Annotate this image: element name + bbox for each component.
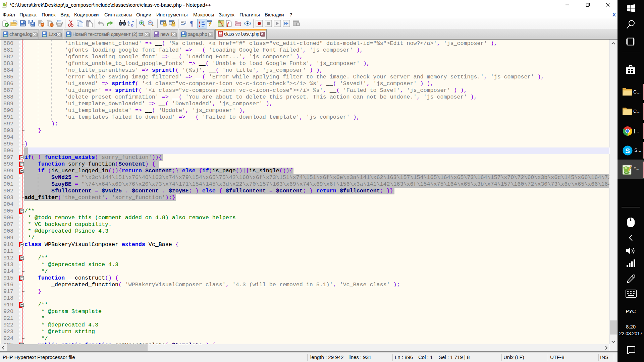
svg-text:b: b xyxy=(131,23,133,27)
svg-text:S: S xyxy=(625,147,630,155)
svg-text:¶: ¶ xyxy=(190,20,194,27)
svg-text:a: a xyxy=(127,20,130,24)
